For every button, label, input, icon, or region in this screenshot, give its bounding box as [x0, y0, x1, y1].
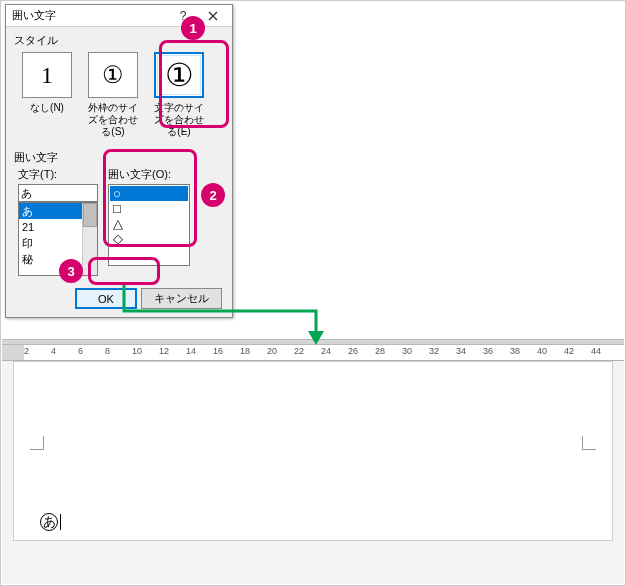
style-none-icon: 1: [22, 52, 72, 98]
crop-mark-icon: [582, 436, 596, 450]
ruler-tick: 8: [105, 346, 110, 356]
style-shrink-text-label: 文字のサイズを合わせる(E): [150, 102, 208, 138]
circled-character: あ: [40, 513, 58, 531]
ruler-tick: 44: [591, 346, 601, 356]
ruler-tick: 40: [537, 346, 547, 356]
ruler-tick: 14: [186, 346, 196, 356]
style-options: 1 なし(N) ① 外枠のサイズを合わせる(S) ① 文字のサイズを合わせる(E…: [6, 50, 232, 144]
ruler-tick: 26: [348, 346, 358, 356]
ruler-tick: 34: [456, 346, 466, 356]
text-label: 文字(T):: [18, 167, 98, 182]
style-shrink-text-icon: ①: [154, 52, 204, 98]
ruler-tick: 22: [294, 346, 304, 356]
shape-listbox[interactable]: ○ □ △ ◇: [108, 184, 190, 266]
text-input[interactable]: [18, 184, 98, 202]
list-item[interactable]: ○: [110, 186, 188, 201]
ruler-tick: 20: [267, 346, 277, 356]
list-item[interactable]: あ: [19, 203, 82, 219]
scrollbar[interactable]: [82, 203, 97, 275]
ruler-tick: 10: [132, 346, 142, 356]
ruler-tick: 2: [24, 346, 29, 356]
list-item[interactable]: 印: [19, 235, 82, 251]
enclose-section-label: 囲い文字: [6, 144, 232, 167]
dialog-title: 囲い文字: [12, 8, 168, 23]
style-none[interactable]: 1 なし(N): [18, 52, 76, 138]
enclose-character-dialog: 囲い文字 ? スタイル 1 なし(N) ① 外枠のサイズを合わせる(S) ① 文…: [5, 4, 233, 318]
ruler-tick: 24: [321, 346, 331, 356]
style-shrink-frame-label: 外枠のサイズを合わせる(S): [84, 102, 142, 138]
ok-button[interactable]: OK: [75, 288, 137, 309]
ruler-tick: 36: [483, 346, 493, 356]
list-item[interactable]: 21: [19, 219, 82, 235]
list-item[interactable]: ◇: [110, 231, 188, 246]
shape-label: 囲い文字(O):: [108, 167, 190, 182]
ruler-tick: 28: [375, 346, 385, 356]
ruler: 2468101214161820222426283032343638404244: [2, 345, 624, 361]
style-none-label: なし(N): [18, 102, 76, 114]
enclose-row: 文字(T): あ 21 印 秘 囲い文字(O): ○ □ △ ◇: [6, 167, 232, 282]
style-shrink-frame[interactable]: ① 外枠のサイズを合わせる(S): [84, 52, 142, 138]
list-item[interactable]: △: [110, 216, 188, 231]
ruler-tick: 4: [51, 346, 56, 356]
cancel-button[interactable]: キャンセル: [141, 288, 222, 309]
document-text: あ: [40, 512, 61, 531]
style-shrink-text[interactable]: ① 文字のサイズを合わせる(E): [150, 52, 208, 138]
page: あ: [13, 361, 613, 541]
list-item[interactable]: □: [110, 201, 188, 216]
marker-2: 2: [201, 183, 225, 207]
document-area: あ: [2, 361, 624, 584]
close-icon: [208, 11, 218, 21]
text-column: 文字(T): あ 21 印 秘: [18, 167, 98, 276]
scrollbar-thumb[interactable]: [83, 203, 97, 227]
text-listbox[interactable]: あ 21 印 秘: [18, 202, 98, 276]
ruler-tick: 6: [78, 346, 83, 356]
marker-1: 1: [181, 16, 205, 40]
button-row: OK キャンセル: [6, 282, 232, 317]
text-cursor: [60, 514, 61, 530]
crop-mark-icon: [30, 436, 44, 450]
marker-3: 3: [59, 259, 83, 283]
ruler-tick: 32: [429, 346, 439, 356]
style-shrink-frame-icon: ①: [88, 52, 138, 98]
ruler-tick: 18: [240, 346, 250, 356]
ruler-tick: 12: [159, 346, 169, 356]
shape-column: 囲い文字(O): ○ □ △ ◇: [108, 167, 190, 276]
ruler-tick: 42: [564, 346, 574, 356]
ruler-tick: 16: [213, 346, 223, 356]
ruler-tick: 38: [510, 346, 520, 356]
ruler-tick: 30: [402, 346, 412, 356]
